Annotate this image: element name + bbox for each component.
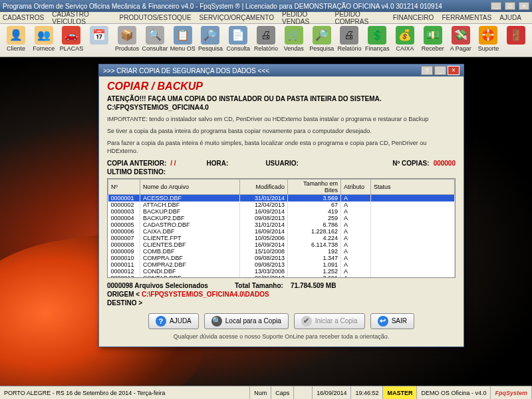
cell [371, 221, 455, 228]
toolbar-relatório[interactable]: 🖨Relatório [253, 26, 279, 55]
toolbar-produtos[interactable]: 📦Produtos [114, 26, 140, 55]
menu-financeiro[interactable]: FINANCEIRO [393, 14, 434, 21]
toolbar-icon: 💵 [424, 26, 442, 45]
toolbar-pesquisa[interactable]: 🔎Pesquisa [309, 26, 335, 55]
file-table-container[interactable]: NºNome do ArquivoModificadoTamanho em Bi… [107, 178, 456, 278]
col-header[interactable]: Atributo [341, 179, 371, 194]
check-icon: ✔ [301, 316, 312, 327]
toolbar-icon: 🚗 [62, 26, 80, 45]
toolbar-finanças[interactable]: 💲Finanças [364, 26, 390, 55]
table-row[interactable]: 0000003BACKUP.DBF16/09/2014419A [108, 208, 455, 215]
cell: 15/10/2008 [240, 248, 288, 255]
table-row[interactable]: 0000002ATTACH.DBF12/04/201367A [108, 201, 455, 208]
search-icon: 🔍 [211, 316, 222, 327]
menu-cadastros[interactable]: CADASTROS [3, 14, 44, 21]
iniciar-copia-button[interactable]: ✔Iniciar a Copia [294, 313, 365, 329]
cell: CLIENTE.FPT [140, 235, 240, 241]
cell: 0000007 [108, 235, 140, 241]
toolbar-menu os[interactable]: 📋Menu OS [170, 26, 196, 55]
col-header[interactable]: Tamanho em Bites [288, 179, 341, 194]
menu-servi-o-or-amento[interactable]: SERVIÇO/ORÇAMENTO [200, 14, 274, 21]
maximize-button[interactable]: □ [505, 2, 515, 10]
cell: 0000006 [108, 228, 140, 235]
toolbar-caixa[interactable]: 💰CAIXA [392, 26, 418, 55]
toolbar-pesquisa[interactable]: 🔎Pesquisa [198, 26, 224, 55]
cell: A [341, 221, 371, 228]
cell: 6.786 [288, 221, 341, 228]
origin-label: ORIGEM < [107, 291, 140, 298]
table-row[interactable]: 0000010COMPRA.DBF09/08/20131.347A [108, 255, 455, 261]
toolbar-relatório[interactable]: 🖨Relatório [336, 26, 363, 55]
toolbar-icon: 🚪 [507, 26, 525, 45]
cell: A [341, 215, 371, 221]
toolbar-fornece[interactable]: 👥Fornece [31, 26, 57, 55]
table-row[interactable]: 0000009COMB.DBF15/10/2008192A [108, 248, 455, 255]
minimize-button[interactable]: _ [491, 2, 501, 10]
dialog-footer-note: Qualquer dúvida acesse o nosso Suporte O… [107, 333, 456, 340]
cell: 4.224 [288, 235, 341, 241]
menu-cadastro-veiculos[interactable]: CADASTRO VEICULOS [52, 11, 111, 25]
toolbar-label: Suporte [478, 45, 499, 52]
menu-pedido-compras[interactable]: PEDIDO COMPRAS [334, 11, 384, 25]
cell: 0000010 [108, 255, 140, 261]
col-header[interactable]: Modificado [240, 179, 288, 194]
toolbar-vendas[interactable]: 🛒Vendas [281, 26, 307, 55]
toolbar-consulta[interactable]: 📄Consulta [225, 26, 251, 55]
toolbar-a pagar[interactable]: 💸A Pagar [448, 26, 474, 55]
sair-button[interactable]: ↩SAIR [370, 313, 414, 329]
toolbar-cliente[interactable]: 👤Cliente [3, 26, 29, 55]
toolbar-label: Fornece [33, 45, 55, 52]
table-row[interactable]: 0000013CONTAS.DBF06/06/20133.691A [108, 275, 455, 278]
table-row[interactable]: 0000001ACESSO.DBF31/01/20143.569A [108, 194, 455, 201]
toolbar-consultar[interactable]: 🔍Consultar [142, 26, 168, 55]
toolbar-label: Cliente [7, 45, 25, 52]
status-time: 19:46:52 [351, 386, 383, 399]
dialog-close-button[interactable]: × [448, 66, 460, 75]
ajuda-button[interactable]: ?AJUDA [148, 313, 199, 329]
toolbar-label: Vendas [284, 45, 304, 52]
cell: 67 [288, 201, 341, 208]
origin-row: ORIGEM < C:\FPQSYSTEM\OS_OFICINA4.0\DADO… [107, 291, 456, 298]
table-row[interactable]: 0000006CAIXA.DBF16/09/20141.228.162A [108, 228, 455, 235]
destino-row: DESTINO > [107, 299, 456, 307]
col-header[interactable]: Nome do Arquivo [140, 179, 240, 194]
dialog-min-button[interactable]: _ [434, 66, 446, 75]
toolbar-icon: 👤 [7, 26, 25, 45]
toolbar-label: Receber [422, 45, 444, 52]
menu-ferramentas[interactable]: FERRAMENTAS [442, 14, 491, 21]
toolbar-label: Consultar [142, 45, 168, 52]
cell: 09/08/2013 [240, 215, 288, 221]
toolbar-icon: 📦 [118, 26, 136, 45]
cell: 16/09/2014 [240, 208, 288, 215]
menu-pedido-vendas[interactable]: PEDIDO VENDAS [282, 11, 327, 25]
col-header[interactable]: Nº [108, 179, 140, 194]
col-header[interactable]: Status [371, 179, 455, 194]
table-row[interactable]: 0000008CLIENTES.DBF16/09/20146.114.738A [108, 241, 455, 248]
toolbar-placas[interactable]: 🚗PLACAS [59, 26, 85, 55]
table-row[interactable]: 0000012CONDI.DBF13/03/20081.252A [108, 268, 455, 275]
toolbar-btn[interactable]: 🚪 [503, 26, 529, 55]
cell: 10/05/2006 [240, 235, 288, 241]
toolbar-receber[interactable]: 💵Receber [420, 26, 446, 55]
table-row[interactable]: 0000007CLIENTE.FPT10/05/20064.224A [108, 235, 455, 241]
toolbar-label: Pesquisa [309, 45, 334, 52]
menu-ajuda[interactable]: AJUDA [499, 14, 521, 21]
dialog-help-button[interactable]: ? [421, 66, 433, 75]
menu-produtos-estoque[interactable]: PRODUTOS/ESTOQUE [120, 14, 192, 21]
toolbar-icon: 🔎 [313, 26, 331, 45]
label-ultimo-destino: ULTIMO DESTINO: [107, 168, 166, 176]
backup-info-row: COPIA ANTERIOR: / / HORA: USUARIO: Nº CO… [107, 160, 456, 167]
close-button[interactable]: × [519, 2, 529, 10]
local-copia-button[interactable]: 🔍Local para a Copia [204, 313, 289, 329]
table-row[interactable]: 0000011COMPRA2.DBF09/08/20131.091A [108, 261, 455, 268]
cell: 0000008 [108, 241, 140, 248]
dialog-titlebar: >>> CRIAR COPIA DE SEGURANÇA DOS DADOS <… [99, 65, 464, 76]
cell [371, 261, 455, 268]
toolbar-btn[interactable]: 📅 [86, 26, 112, 55]
toolbar-suporte[interactable]: 🛟Suporte [475, 26, 502, 55]
cell [371, 228, 455, 235]
table-row[interactable]: 0000005CADASTRO.DBF31/01/20146.786A [108, 221, 455, 228]
table-row[interactable]: 0000004BACKUP2.DBF09/08/2013259A [108, 215, 455, 221]
cell: ATTACH.DBF [140, 201, 240, 208]
cell: A [341, 275, 371, 278]
